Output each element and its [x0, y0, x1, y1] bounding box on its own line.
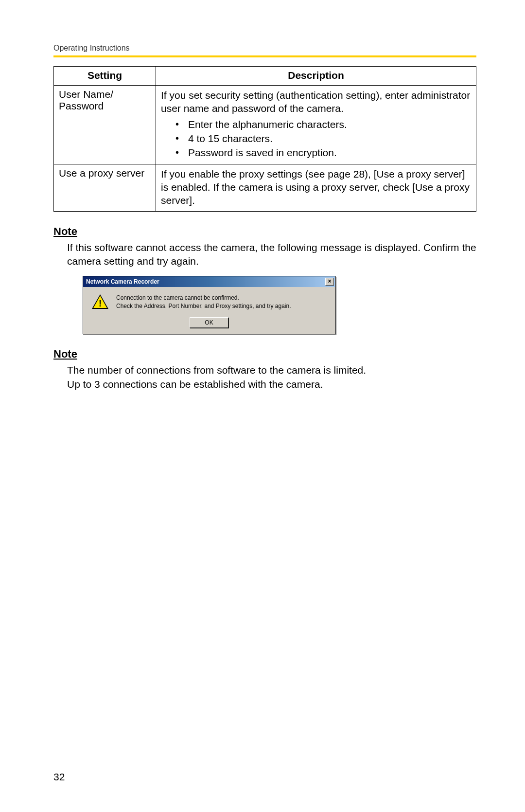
error-dialog: Network Camera Recorder × ! Connection t…	[83, 276, 335, 334]
table-row: User Name/ Password If you set security …	[54, 86, 476, 164]
description-intro: If you set security setting (authenticat…	[161, 89, 471, 115]
close-icon[interactable]: ×	[325, 278, 334, 286]
note-heading: Note	[53, 348, 476, 361]
ok-button[interactable]: OK	[190, 317, 228, 328]
cell-description: If you set security setting (authenticat…	[156, 86, 476, 164]
warning-icon: !	[92, 294, 108, 310]
list-item: Password is saved in encryption.	[175, 145, 471, 160]
dialog-titlebar: Network Camera Recorder ×	[83, 276, 335, 287]
page-number: 32	[53, 771, 65, 783]
dialog-button-row: OK	[83, 315, 335, 334]
dialog-message-line: Check the Address, Port Number, and Prox…	[116, 302, 291, 310]
note-body: The number of connections from software …	[53, 363, 476, 391]
running-header: Operating Instructions	[53, 44, 476, 53]
list-item: 4 to 15 characters.	[175, 131, 471, 145]
list-item: Enter the alphanumeric characters.	[175, 117, 471, 131]
cell-setting: User Name/ Password	[54, 86, 156, 164]
cell-setting: Use a proxy server	[54, 164, 156, 211]
dialog-message: Connection to the camera cannot be confi…	[116, 294, 291, 310]
dialog-body: ! Connection to the camera cannot be con…	[83, 287, 335, 315]
dialog-message-line: Connection to the camera cannot be confi…	[116, 294, 291, 302]
table-row: Use a proxy server If you enable the pro…	[54, 164, 476, 211]
cell-description: If you enable the proxy settings (see pa…	[156, 164, 476, 211]
description-bullets: Enter the alphanumeric characters. 4 to …	[161, 117, 471, 160]
col-header-description: Description	[156, 67, 476, 86]
note-body-line: Up to 3 connections can be established w…	[67, 379, 323, 390]
note-body-line: The number of connections from software …	[67, 364, 366, 376]
col-header-setting: Setting	[54, 67, 156, 86]
settings-table: Setting Description User Name/ Password …	[53, 66, 476, 212]
header-rule	[53, 55, 476, 57]
description-intro: If you enable the proxy settings (see pa…	[161, 167, 471, 207]
note-heading: Note	[53, 225, 476, 238]
dialog-title: Network Camera Recorder	[86, 278, 325, 285]
note-body: If this software cannot access the camer…	[53, 241, 476, 269]
table-header-row: Setting Description	[54, 67, 476, 86]
